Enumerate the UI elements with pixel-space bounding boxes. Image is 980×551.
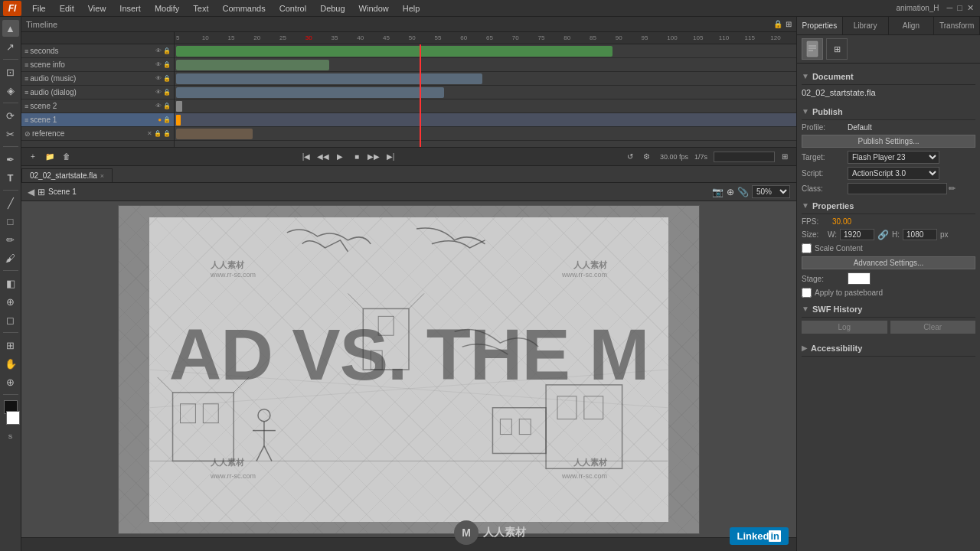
select-tool[interactable]: ▲ (2, 20, 19, 37)
eyedropper-tool[interactable]: ⊕ (2, 293, 19, 310)
delete-layer-btn[interactable]: 🗑 (60, 150, 74, 164)
timeline-grid-icon[interactable]: ⊞ (786, 20, 792, 28)
stop-btn[interactable]: ■ (350, 150, 364, 164)
section-swf-header[interactable]: ▼ SWF History (802, 301, 975, 318)
scene-name[interactable]: Scene 1 (48, 187, 77, 196)
fps-row: FPS: 30.00 (802, 217, 975, 226)
layer-scene-info[interactable]: ≡ scene info 👁 🔒 (21, 58, 174, 72)
panel-icon-row: ⊞ (797, 35, 980, 64)
menu-file[interactable]: File (26, 2, 52, 15)
tab-transform[interactable]: Transform (934, 17, 980, 34)
scale-content-checkbox[interactable] (802, 243, 812, 253)
timeline-header: Timeline 🔒 ⊞ (21, 17, 796, 32)
pen-tool[interactable]: ✒ (2, 151, 19, 168)
clip-icon[interactable]: 📎 (737, 187, 749, 197)
layer-audio-dialog[interactable]: ≡ audio (dialog) 👁 🔒 (21, 86, 174, 99)
text-tool[interactable]: T (2, 169, 19, 186)
center-icon[interactable]: ⊕ (727, 187, 734, 197)
layer-audio-music[interactable]: ≡ audio (music) 👁 🔒 (21, 72, 174, 86)
menu-insert[interactable]: Insert (113, 2, 147, 15)
zoom-select[interactable]: 50% 25% 75% 100% (752, 185, 790, 198)
back-btn[interactable]: ◀ (28, 187, 34, 197)
px-label: px (940, 230, 949, 239)
brush-tool[interactable]: 🖌 (2, 249, 19, 266)
section-publish-header[interactable]: ▼ Publish (802, 103, 975, 120)
tab-properties[interactable]: Properties (797, 17, 843, 34)
menu-edit[interactable]: Edit (54, 2, 80, 15)
add-folder-btn[interactable]: 📁 (43, 150, 57, 164)
tab-align[interactable]: Align (889, 17, 935, 34)
menu-help[interactable]: Help (397, 2, 426, 15)
menu-window[interactable]: Window (353, 2, 395, 15)
log-btn[interactable]: Log (802, 321, 887, 334)
fill-color[interactable] (6, 411, 20, 425)
script-select[interactable]: ActionScript 3.0 (848, 167, 939, 180)
stage-area: ◀ ⊞ Scene 1 📷 ⊕ 📎 50% 25% 75% 100% (21, 183, 796, 537)
layer-reference[interactable]: ⊘ reference ✕ 🔒 🔒 (21, 127, 174, 141)
layer-scene1[interactable]: ≡ scene 1 ● 🔒 (21, 113, 174, 127)
timeline-slider[interactable] (714, 152, 775, 162)
panel-grid-icon[interactable]: ⊞ (826, 38, 848, 60)
free-transform-tool[interactable]: ⊡ (2, 64, 19, 80)
layer-seconds[interactable]: ≡ seconds 👁 🔒 (21, 44, 174, 58)
clear-btn[interactable]: Clear (890, 321, 976, 334)
pencil-tool[interactable]: ✏ (2, 231, 19, 248)
tab-library[interactable]: Library (843, 17, 889, 34)
maximize-btn[interactable]: □ (957, 3, 962, 13)
loop-btn[interactable]: ↺ (623, 150, 637, 164)
camera-icon[interactable]: 📷 (712, 187, 724, 197)
step-forward-btn[interactable]: ▶▶ (367, 150, 381, 164)
go-to-first-btn[interactable]: |◀ (299, 150, 313, 164)
settings-btn[interactable]: ⚙ (640, 150, 654, 164)
publish-settings-btn[interactable]: Publish Settings... (802, 135, 975, 148)
menu-modify[interactable]: Modify (149, 2, 185, 15)
active-tab[interactable]: 02_02_startstate.fla × (21, 168, 113, 182)
tab-close-btn[interactable]: × (100, 172, 104, 180)
go-to-last-btn[interactable]: ▶| (384, 150, 397, 164)
section-properties-header[interactable]: ▼ Properties (802, 197, 975, 214)
paint-bucket-tool[interactable]: ◧ (2, 275, 19, 292)
menu-text[interactable]: Text (187, 2, 214, 15)
section-document-content: 02_02_startstate.fla (802, 88, 975, 97)
expand-timeline-btn[interactable]: ⊞ (778, 150, 792, 164)
play-btn[interactable]: ▶ (333, 150, 347, 164)
target-select[interactable]: Flash Player 23 (848, 151, 939, 164)
menu-view[interactable]: View (82, 2, 113, 15)
gradient-tool[interactable]: ◈ (2, 82, 19, 99)
link-icon[interactable]: 🔗 (877, 230, 889, 240)
line-tool[interactable]: ╱ (2, 194, 19, 211)
timeline-lock-icon[interactable]: 🔒 (773, 20, 782, 28)
bottom-bar (21, 537, 796, 551)
menu-debug[interactable]: Debug (314, 2, 351, 15)
hand-tool[interactable]: ✋ (2, 355, 19, 372)
zoom-tool[interactable]: ⊕ (2, 373, 19, 390)
snap-tool[interactable]: S (2, 428, 19, 445)
close-btn[interactable]: ✕ (967, 3, 974, 13)
rect-tool[interactable]: □ (2, 213, 19, 230)
class-input[interactable] (848, 183, 947, 194)
subselect-tool[interactable]: ↗ (2, 38, 19, 55)
class-edit-icon[interactable]: ✏ (949, 184, 956, 194)
panel-doc-icon[interactable] (802, 38, 823, 60)
class-label: Class: (802, 184, 848, 193)
canvas[interactable]: AD VS. THE M 人人素材 www.rr-sc.com 人人素材 www… (118, 205, 700, 534)
menu-commands[interactable]: Commands (216, 2, 271, 15)
step-back-btn[interactable]: ◀◀ (316, 150, 330, 164)
track-audio-music (175, 72, 796, 86)
camera-tool[interactable]: ⊞ (2, 337, 19, 354)
eraser-tool[interactable]: ◻ (2, 311, 19, 328)
advanced-settings-btn[interactable]: Advanced Settings... (802, 256, 975, 269)
stage-color-swatch[interactable] (848, 272, 871, 285)
add-layer-btn[interactable]: + (26, 150, 40, 164)
layer-scene2[interactable]: ≡ scene 2 👁 🔒 (21, 99, 174, 113)
pasteboard-checkbox[interactable] (802, 288, 812, 298)
3d-rotate-tool[interactable]: ⟳ (2, 107, 19, 124)
section-accessibility-header[interactable]: ▶ Accessibility (802, 340, 975, 357)
fps-value[interactable]: 30.00 (832, 217, 851, 226)
minimize-btn[interactable]: ─ (947, 3, 953, 13)
lasso-tool[interactable]: ✂ (2, 126, 19, 142)
width-input[interactable] (840, 229, 874, 240)
menu-control[interactable]: Control (273, 2, 312, 15)
height-input[interactable] (903, 229, 937, 240)
section-document-header[interactable]: ▼ Document (802, 68, 975, 85)
